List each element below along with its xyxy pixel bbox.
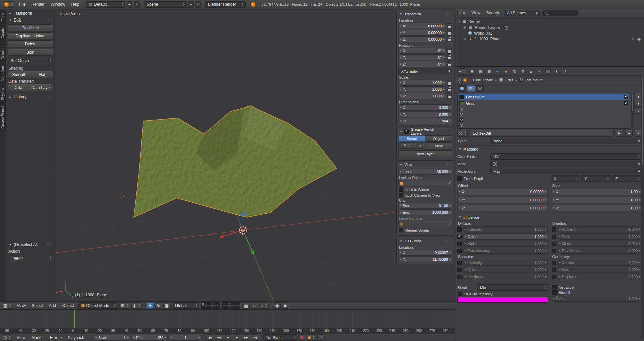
panel-header-transform[interactable]: Transform	[8, 10, 53, 17]
render-layers[interactable]: ▤	[477, 68, 485, 75]
clip-end-field[interactable]: End: 1000.000	[398, 209, 452, 215]
rgb-to-intensity-checkbox[interactable]	[458, 292, 462, 296]
editor-type-button[interactable]	[3, 1, 14, 8]
lock-to-cursor-checkbox[interactable]	[399, 187, 403, 192]
panel-header-history[interactable]: History	[8, 94, 53, 100]
slot-move-up-button[interactable]: ▴	[635, 93, 642, 99]
jump-to-start[interactable]: ▮◀	[205, 334, 214, 341]
size-field[interactable]: Z: 1.00	[552, 205, 642, 211]
pivot-point-menu[interactable]: ◎	[131, 302, 142, 309]
new-texture-button[interactable]: +	[625, 130, 633, 137]
influence-slider[interactable]: Hardness: 1.000	[463, 274, 548, 280]
outliner-row-scene[interactable]: ⊖ ▦ Scene	[457, 19, 643, 25]
layer-cell[interactable]	[230, 302, 233, 305]
data-transfer-data-button[interactable]: Data	[8, 84, 28, 91]
data-transfer-layout-button[interactable]: Data Layo	[28, 84, 53, 91]
influence-checkbox[interactable]	[457, 227, 462, 232]
current-frame-playhead[interactable]	[74, 310, 75, 328]
list-scrollbar[interactable]	[631, 93, 634, 129]
layer-cell[interactable]	[209, 306, 212, 309]
influence-checkbox[interactable]	[457, 242, 462, 246]
texture[interactable]	[545, 69, 551, 74]
rotation-mode-menu[interactable]: XYZ Euler	[398, 68, 452, 74]
influence-slider[interactable]: Emit: 1.000	[558, 233, 642, 240]
tool-shelf-tab[interactable]: Physics	[0, 85, 6, 103]
manipulator-translate-button[interactable]: +	[147, 302, 154, 309]
menu-item[interactable]: Select	[29, 302, 46, 309]
scene-lock-button[interactable]	[242, 302, 250, 309]
tool-shelf-tab[interactable]: Grease Pencil	[0, 104, 6, 131]
scene-select[interactable]: Scene	[144, 1, 187, 8]
texture-slot[interactable]: Gras	[458, 100, 629, 106]
layer-cell[interactable]	[237, 306, 240, 309]
tool-shelf-tab[interactable]: Relations	[0, 42, 6, 62]
influence-slider[interactable]: Ambient: 1.000	[558, 226, 642, 232]
edit-button[interactable]: Duplicate	[8, 24, 53, 31]
gp-new-layer-button[interactable]: New Layer	[398, 150, 452, 157]
slot-move-down-button[interactable]: ▾	[635, 100, 642, 106]
lock-icon[interactable]	[447, 30, 452, 36]
material-texture-tab[interactable]	[467, 85, 475, 92]
panel-header-mapping[interactable]: Mapping	[457, 145, 642, 152]
object[interactable]: ■	[502, 68, 510, 75]
shade-flat-button[interactable]: Flat	[31, 71, 54, 78]
physics[interactable]: ↺	[561, 68, 569, 75]
offset-field[interactable]: Z: 0.00000	[457, 205, 548, 211]
empty-object[interactable]	[118, 192, 126, 200]
blend-color-swatch[interactable]	[457, 297, 548, 303]
influence-slider[interactable]: Normal: 1.000	[558, 260, 642, 266]
frame-start-field[interactable]: Start: 1	[94, 335, 130, 341]
breadcrumb-object[interactable]: 1_1000_Plane	[463, 78, 493, 82]
influence-checkbox[interactable]	[552, 227, 556, 232]
size-field[interactable]: X: 1.00	[552, 189, 642, 195]
location-field[interactable]: X: 0.00000	[398, 23, 446, 29]
editor-type-button[interactable]: ▦	[2, 302, 12, 309]
panel-grip-icon[interactable]	[47, 18, 52, 22]
gp-source-object-button[interactable]: Object	[425, 135, 452, 142]
viewport-3d[interactable]: x y z User Persp (1) 1_1000_Plane Transf…	[55, 9, 455, 301]
manipulator-rotate-button[interactable]: ↻	[155, 302, 162, 309]
lock-icon[interactable]	[447, 55, 452, 60]
axis-mapping-menu[interactable]: X	[551, 175, 580, 182]
lock-camera-checkbox[interactable]	[399, 193, 403, 197]
constraints[interactable]: ⧉	[510, 68, 518, 75]
breadcrumb-material[interactable]: Gras	[499, 78, 513, 82]
dimension-field[interactable]: Y: 8.000	[398, 111, 452, 117]
object-data[interactable]: ▲	[527, 68, 535, 75]
scene[interactable]: ▦	[485, 68, 493, 75]
influence-slider[interactable]: Color: 1.000	[463, 267, 548, 273]
layer-cell[interactable]	[216, 302, 220, 305]
rotation-field[interactable]: Y: 0°	[398, 54, 446, 60]
eyedropper-icon[interactable]: ╱	[448, 181, 451, 185]
rotation-field[interactable]: X: 0°	[398, 48, 446, 54]
dimension-field[interactable]: Z: 1.904	[398, 118, 452, 124]
layer-cell[interactable]	[233, 306, 237, 309]
menu-item[interactable]: Render	[28, 1, 47, 8]
join-button[interactable]: Join	[8, 49, 53, 56]
clip-start-field[interactable]: Start: 0.100	[398, 203, 452, 209]
texture-enable-checkbox[interactable]	[624, 95, 628, 99]
snap-element-menu[interactable]: ∷	[259, 302, 269, 309]
other-texture-tab[interactable]	[476, 85, 484, 92]
outliner-row-world[interactable]: · World.001	[457, 30, 643, 36]
layer-cell[interactable]	[233, 302, 237, 305]
layer-cell[interactable]	[216, 306, 220, 309]
render[interactable]: ◉	[468, 68, 476, 75]
location-field[interactable]: Y: 0.00000	[398, 30, 446, 36]
dimension-field[interactable]: X: 9.000	[398, 104, 452, 111]
fake-user-button[interactable]: F	[616, 130, 623, 137]
transform-orientation-menu[interactable]: Global	[172, 302, 199, 309]
panel-grip-icon[interactable]	[446, 130, 451, 133]
size-field[interactable]: Y: 1.00	[552, 197, 642, 203]
unlink-texture-button[interactable]: ×	[635, 130, 642, 137]
lock-icon[interactable]	[447, 37, 452, 42]
layer-grid-2[interactable]	[222, 302, 240, 309]
breadcrumb-texture[interactable]: LoftTexDiff	[519, 78, 542, 82]
layer-cell[interactable]	[205, 306, 209, 309]
panel-grip-icon[interactable]	[446, 163, 451, 166]
influence-checkbox[interactable]	[552, 268, 556, 272]
tool-shelf-tab[interactable]: Animation	[0, 63, 6, 84]
panel-header-transform[interactable]: Transform	[398, 11, 452, 17]
frame-end-field[interactable]: End: 250	[131, 335, 168, 341]
influence-checkbox[interactable]	[552, 261, 556, 265]
